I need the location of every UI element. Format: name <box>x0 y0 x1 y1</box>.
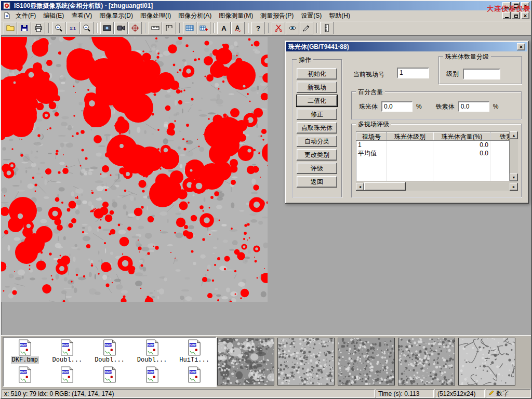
operation-button-6[interactable]: 自动分类 <box>297 136 337 147</box>
file-item[interactable]: BMP <box>46 366 89 383</box>
thumbnail-1[interactable] <box>217 338 274 385</box>
file-item[interactable]: BMPDoubl... <box>88 339 131 364</box>
camera-button[interactable] <box>114 22 128 34</box>
scroll-left-icon[interactable]: ◄ <box>356 183 364 191</box>
table-row-empty <box>356 174 509 181</box>
scroll-down-icon[interactable]: ▼ <box>510 174 518 181</box>
menu-item-8[interactable]: 测量报告(P) <box>257 10 297 22</box>
eye-button[interactable] <box>286 22 299 34</box>
title-bar[interactable]: IS100显微摄像系统(金相分析版) - [zhuguangti01] × <box>1 1 531 10</box>
zoom-out-button[interactable] <box>80 22 94 34</box>
grid-column-header-1[interactable]: 视场号 <box>356 132 387 141</box>
file-label: HuiTi... <box>178 356 210 364</box>
dialog-title-bar[interactable]: 珠光体(GB/T9441-88) × <box>286 42 527 51</box>
zoom-in-button[interactable] <box>52 22 65 34</box>
ruler-h-button[interactable] <box>149 22 162 34</box>
font-a-button[interactable]: A <box>217 22 231 34</box>
thumbnail-2[interactable] <box>277 338 335 385</box>
scrollbar-thumb[interactable] <box>364 182 406 191</box>
micrograph-svg <box>1 37 268 302</box>
file-item[interactable]: BMP <box>4 366 46 383</box>
menu-item-5[interactable]: 图像处理(I) <box>137 10 175 22</box>
grid-button[interactable] <box>183 22 196 34</box>
actual-size-icon: 1:1 <box>69 24 77 32</box>
menu-item-9[interactable]: 设置(S) <box>297 10 325 22</box>
menu-item-1[interactable]: 文件(F) <box>12 10 39 22</box>
operation-button-1[interactable]: 初始化 <box>297 68 337 79</box>
menu-item-6[interactable]: 图像分析(A) <box>175 10 215 22</box>
table-row[interactable]: 平均值0.0 <box>356 149 509 157</box>
bmp-file-icon: BMP <box>18 366 32 383</box>
operation-buttons: 初始化新视场二值化修正点取珠光体自动分类更改类别评级返回 <box>292 60 341 188</box>
file-item[interactable]: BMPDoubl... <box>131 339 174 364</box>
grid-column-header-3[interactable]: 珠光体含量(%) <box>433 132 490 141</box>
pearlite-input[interactable]: 0.0 <box>381 101 413 112</box>
menu-item-4[interactable]: 图像显示(D) <box>96 10 137 22</box>
horizontal-scrollbar[interactable]: ◄ ► <box>356 182 518 191</box>
table-row-empty <box>356 166 509 174</box>
operation-button-8[interactable]: 评级 <box>297 163 337 174</box>
table-row[interactable]: 10.0 <box>356 141 509 149</box>
print-button[interactable] <box>32 22 45 34</box>
ruler-v-button[interactable] <box>320 22 334 34</box>
file-item[interactable]: BMP <box>131 366 174 383</box>
thumbnail-svg <box>278 338 334 385</box>
ferrite-input[interactable]: 0.0 <box>458 101 489 112</box>
menu-item-3[interactable]: 查看(V) <box>68 10 96 22</box>
vertical-scrollbar[interactable]: ▲ ▼ <box>510 131 518 181</box>
target-button[interactable] <box>128 22 142 34</box>
operation-button-3[interactable]: 二值化 <box>297 95 337 107</box>
grid-cell <box>490 149 510 157</box>
grid-add-button[interactable] <box>197 22 210 34</box>
thumbnail-3[interactable] <box>338 338 395 385</box>
operation-button-5[interactable]: 点取珠光体 <box>297 122 337 134</box>
save-button[interactable] <box>18 22 31 34</box>
menu-item-2[interactable]: 编辑(E) <box>39 10 68 22</box>
toolbar-separator <box>48 23 49 33</box>
grid-cell <box>433 174 490 181</box>
svg-text:BMP: BMP <box>147 370 154 374</box>
pen-icon <box>488 390 494 397</box>
operation-button-7[interactable]: 更改类别 <box>297 149 337 161</box>
file-item[interactable]: BMP <box>173 366 216 383</box>
actual-size-button[interactable]: 1:1 <box>66 22 79 34</box>
caliper-button[interactable] <box>163 22 176 34</box>
menu-item-7[interactable]: 图像测量(M) <box>215 10 257 22</box>
ruler-v-icon <box>323 24 331 32</box>
help-button[interactable]: ? <box>251 22 265 34</box>
thumbnail-svg <box>338 338 394 385</box>
target-icon <box>131 24 139 32</box>
operation-button-4[interactable]: 修正 <box>297 109 337 120</box>
cut-button[interactable] <box>272 22 285 34</box>
bmp-file-icon: BMP <box>60 339 74 356</box>
current-field-input[interactable]: 1 <box>397 68 429 78</box>
file-browser-panel: BMPDKF.bmpBMPDoubl...BMPDoubl...BMPDoubl… <box>1 335 531 389</box>
dialog-close-button[interactable]: × <box>517 43 525 50</box>
micrograph-image[interactable] <box>1 37 268 302</box>
grid-cell: 0.0 <box>433 149 490 157</box>
file-item[interactable]: BMPHuiTi... <box>173 339 216 364</box>
capture-button[interactable] <box>100 22 114 34</box>
toolbar-separator <box>268 23 269 33</box>
picker-button[interactable] <box>300 22 313 34</box>
file-item[interactable]: BMPDoubl... <box>46 339 89 364</box>
open-button[interactable] <box>4 22 17 34</box>
pearlite-unit: % <box>416 103 422 110</box>
scroll-right-icon[interactable]: ► <box>510 183 518 191</box>
menu-item-10[interactable]: 帮助(H) <box>325 10 354 22</box>
operation-button-9[interactable]: 返回 <box>297 176 337 188</box>
scrollbar-track[interactable] <box>406 182 510 191</box>
menu-items: 文件(F)编辑(E)查看(V)图像显示(D)图像处理(I)图像分析(A)图像测量… <box>12 10 502 22</box>
operation-button-2[interactable]: 新视场 <box>297 82 337 93</box>
level-input[interactable] <box>463 69 500 79</box>
scroll-up-icon[interactable]: ▲ <box>510 131 518 139</box>
grid-column-header-2[interactable]: 珠光体级别 <box>387 132 433 141</box>
thumbnail-5[interactable] <box>458 338 515 385</box>
operation-group: 操作 初始化新视场二值化修正点取珠光体自动分类更改类别评级返回 <box>292 59 342 197</box>
grid-column-header-4[interactable]: 铁素 <box>490 132 510 141</box>
file-item[interactable]: BMPDKF.bmp <box>4 339 46 364</box>
thumbnail-4[interactable] <box>398 338 455 385</box>
child-document-icon[interactable] <box>3 11 11 20</box>
font-edit-button[interactable]: A <box>231 22 245 34</box>
file-item[interactable]: BMP <box>88 366 131 383</box>
